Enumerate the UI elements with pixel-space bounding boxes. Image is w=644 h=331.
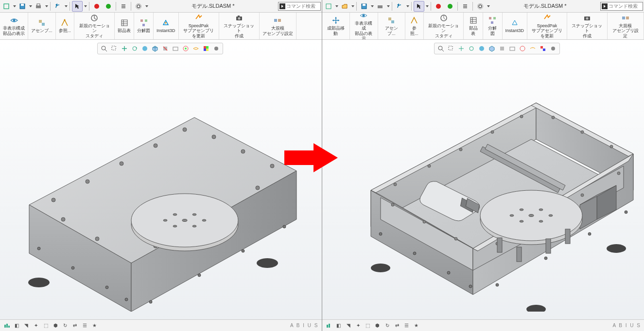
search-input[interactable] [608,3,642,9]
model-open [322,40,643,312]
ribbon-bom[interactable]: 部品表 [115,13,134,39]
ribbon-bom[interactable]: 部品表 [464,13,483,39]
status-icon[interactable]: ★ [413,322,420,330]
svg-point-162 [496,283,499,286]
svg-point-62 [149,300,152,303]
svg-point-85 [477,3,483,9]
svg-rect-78 [326,4,331,9]
ribbon-large-assembly[interactable]: 大規模アセンブリ設定 [608,13,644,39]
rebuild-icon[interactable] [103,1,114,12]
svg-rect-157 [565,229,570,244]
command-search[interactable] [600,2,643,11]
select-icon[interactable] [72,1,83,12]
print-icon[interactable] [375,1,385,12]
svg-point-148 [520,209,523,211]
status-icon[interactable]: ⬢ [52,322,59,330]
status-icon[interactable]: ◧ [13,322,20,330]
status-icon[interactable]: ⬚ [42,322,50,330]
select-icon[interactable] [414,1,424,12]
status-icon[interactable]: ↻ [383,322,391,330]
svg-point-137 [617,172,620,175]
ribbon-snapshot[interactable]: スナップショット作成 [219,13,260,39]
status-icon[interactable]: ★ [90,322,98,330]
svg-rect-91 [470,17,476,23]
ribbon-motion-study[interactable]: 新規のモーションスタディ [74,13,115,39]
options-list-icon[interactable] [118,1,129,12]
svg-point-10 [13,19,15,22]
svg-point-161 [469,285,472,288]
svg-point-125 [459,148,462,151]
stop-icon[interactable] [91,1,102,12]
ribbon-assembly[interactable]: アセンブ... [378,13,405,39]
svg-point-74 [202,219,206,221]
ribbon-instant3d[interactable]: Instant3D [503,13,527,39]
status-icon[interactable]: ⬢ [374,322,382,330]
undo-icon[interactable] [52,1,63,12]
ribbon-large-assembly[interactable]: 大規模アセンブリ設定 [260,13,296,39]
gear-icon[interactable] [475,1,486,12]
stop-icon[interactable] [433,1,444,12]
model-closed [0,40,321,312]
status-icon[interactable]: ✦ [32,322,40,330]
new-icon[interactable] [1,1,12,12]
status-icon[interactable] [325,322,333,330]
ribbon-hidden-comp[interactable]: 非表示構成部品の表示 [0,13,28,39]
ribbon-speedpak[interactable]: SpeedPakサブアセンブリを更新 [527,13,567,39]
status-icon[interactable]: ◥ [345,322,352,330]
undo-icon[interactable] [394,1,405,12]
ribbon-hidden-comp[interactable]: 非表示構成部品の表示 [350,13,378,39]
rebuild-icon[interactable] [445,1,455,12]
pane-left: モデル.SLDASM * 非表示構成部品の表示 アセンブ... 参照... 新規… [0,0,322,331]
svg-point-87 [363,14,365,17]
ribbon-speedpak[interactable]: SpeedPakサブアセンブリを更新 [179,13,219,39]
svg-point-159 [413,252,416,255]
svg-point-73 [163,219,167,221]
status-bar-right: ◧ ◥ ✦ ⬚ ⬢ ↻ ⇄ ☰ ★ A B I U S [322,319,644,331]
save-icon[interactable] [17,1,28,12]
options-list-icon[interactable] [460,1,470,12]
ribbon-explode[interactable]: 分解図 [483,13,503,39]
print-icon[interactable] [33,1,44,12]
ribbon-motion-study[interactable]: 新規のモーションスタディ [424,13,464,39]
open-icon[interactable] [339,1,350,12]
status-icon[interactable]: ⇄ [393,322,401,330]
ribbon-reference[interactable]: 参照... [56,13,75,39]
svg-point-132 [423,220,426,223]
status-icon[interactable]: ☰ [81,322,88,330]
status-icon[interactable]: ⇄ [71,322,79,330]
svg-point-64 [242,249,244,252]
svg-point-61 [125,298,128,301]
transition-arrow-icon [282,141,340,175]
status-icon[interactable]: ◧ [335,322,343,330]
status-icon[interactable]: ⬚ [364,322,372,330]
svg-rect-98 [626,17,629,19]
new-icon[interactable] [323,1,334,12]
svg-point-127 [520,115,523,118]
svg-point-52 [256,186,260,190]
ribbon-move-comp[interactable]: 成部品移動 [322,13,350,39]
command-search[interactable] [278,2,321,11]
status-icon[interactable]: ✦ [354,322,362,330]
svg-point-84 [479,5,482,8]
viewport-right[interactable] [322,40,644,331]
status-icon[interactable] [3,322,11,330]
document-title: モデル.SLDASM * [491,2,600,10]
status-icon[interactable]: ☰ [403,322,411,330]
svg-rect-12 [42,23,45,26]
ribbon-snapshot[interactable]: スナップショット作成 [567,13,607,39]
status-icon[interactable]: ↻ [61,322,69,330]
svg-rect-92 [489,17,491,19]
svg-rect-0 [4,4,9,9]
svg-point-129 [581,131,584,133]
ribbon-assembly[interactable]: アセンブ... [28,13,56,39]
ribbon-explode[interactable]: 分解図 [134,13,154,39]
svg-point-21 [238,17,240,19]
save-icon[interactable] [359,1,369,12]
svg-point-49 [212,135,216,139]
status-icon[interactable]: ◥ [22,322,30,330]
viewport-left[interactable] [0,40,322,331]
gear-icon[interactable] [133,1,144,12]
ribbon-reference[interactable]: 参照... [405,13,424,39]
search-input[interactable] [285,3,319,9]
ribbon-instant3d[interactable]: Instant3D [154,13,179,39]
